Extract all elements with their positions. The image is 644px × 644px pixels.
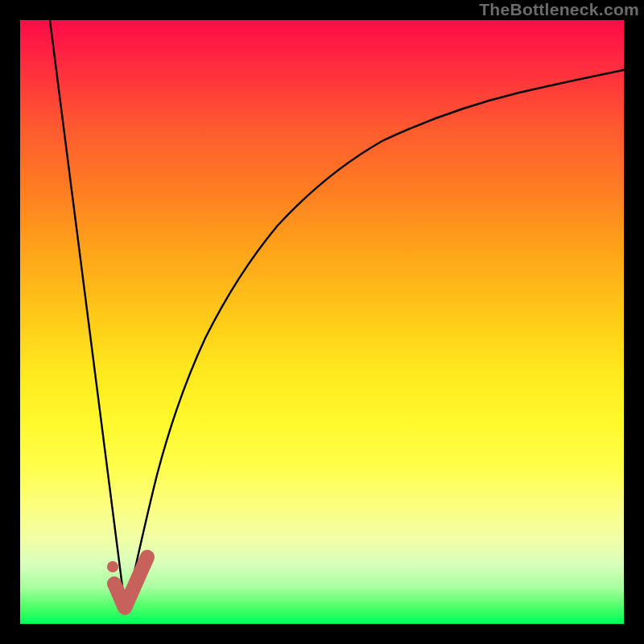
watermark-text: TheBottleneck.com (479, 0, 639, 19)
chart-svg (20, 20, 624, 624)
frame-left (0, 0, 20, 644)
curve-descending (50, 20, 126, 612)
frame-bottom (0, 624, 644, 644)
plot-area (20, 20, 624, 624)
check-marker-dot (107, 561, 118, 572)
frame-right (624, 0, 644, 644)
curve-ascending (126, 70, 624, 612)
